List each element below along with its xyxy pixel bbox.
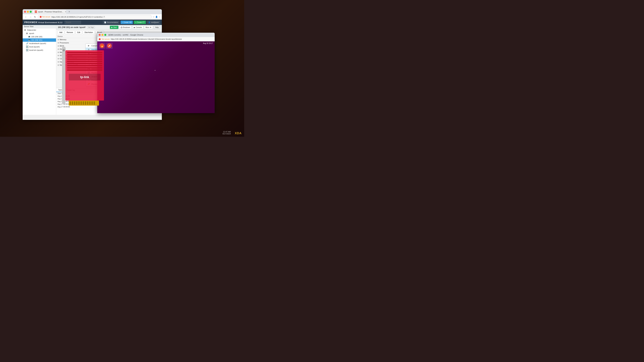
xda-brand: XDA [235, 132, 242, 135]
menu-button[interactable]: ⋮ [158, 16, 160, 18]
novnc-date: Aug 16 19:17 [203, 42, 213, 44]
node-icon: 🖧 [26, 32, 28, 34]
url-text: https://192.168.29.32:8006/#v1.0=qemu%2F… [51, 16, 105, 18]
url-input[interactable]: 🔴 Not secure https://192.168.29.32:8006/… [38, 15, 152, 19]
vm-selected-icon: 💻 [28, 39, 30, 41]
proxmox-logo-white: Virtual Environment 8.2.2 [38, 22, 62, 23]
sidebar-item-datacenter[interactable]: 🖥 Datacenter [23, 28, 56, 32]
create-vm-button[interactable]: +Create VM [120, 21, 133, 24]
novnc-browser-window: QEMU (vm101) - noVNC - Google Chrome 🔴 N… [97, 33, 215, 113]
forward-button[interactable]: → [29, 15, 32, 18]
sidebar-item-local-storage[interactable]: 💽 local (ayush) [23, 45, 56, 48]
header-buttons: 📄Documentation +Create VM +Create CT 👤ro… [103, 21, 160, 24]
window-controls [24, 11, 32, 13]
device-icon: ⚙ [58, 48, 59, 50]
user-profile-button[interactable]: 👤 [155, 16, 158, 18]
help-button[interactable]: Help [154, 26, 160, 29]
vnc-app-icon: 🔥 [100, 43, 104, 48]
clock-date: 8/17/2024 [222, 133, 231, 135]
vm-icon: 💻 [28, 35, 30, 38]
device-icon: ⚙ [58, 64, 59, 66]
active-tab[interactable]: PROXMOX ayush - Proxmox Virtual Envi... … [33, 10, 66, 14]
monitor-icon: 📊 [88, 64, 90, 66]
start-button[interactable]: ▶Start [110, 26, 118, 29]
user-menu-button[interactable]: 👤root@pam [147, 21, 160, 24]
backup-label: Backup [92, 68, 98, 70]
options-label: Options [92, 56, 98, 58]
browser-titlebar: PROXMOX ayush - Proxmox Virtual Envi... … [23, 9, 162, 14]
device-icon: ⚙ [58, 45, 59, 47]
sidebar-item-node[interactable]: 🖧 ayush [23, 32, 56, 35]
novnc-minimize-button[interactable] [102, 34, 104, 36]
device-icon: ⚙ [58, 61, 59, 63]
vnc-taskbar: 🔥 [98, 43, 105, 49]
monitor-label: Monitor [92, 64, 98, 66]
firewall-label: Firewall [92, 79, 98, 81]
tasks-tab[interactable]: Tasks [56, 88, 65, 92]
snapshots-icon: 📷 [88, 75, 90, 78]
edit-device-button[interactable]: Edit [76, 30, 82, 34]
create-ct-button[interactable]: +Create CT [134, 21, 146, 24]
sidebar-item-network[interactable]: 🔗 localnetwork (ayush) [23, 42, 56, 45]
novnc-security-icon: 🔴 [98, 38, 100, 40]
shutdown-button[interactable]: ⏻Shutdown [119, 26, 132, 29]
novnc-titlebar: QEMU (vm101) - noVNC - Google Chrome [97, 33, 215, 37]
backup-icon: 💾 [88, 68, 90, 70]
sidebar: Server View 🖥 Datacenter 🖧 ayush 💻 100 (… [23, 25, 56, 115]
maximize-button[interactable] [30, 11, 32, 13]
vm-header: 101 (VM 101) on node 'ayush' No Tags ▶St… [56, 25, 162, 30]
remove-device-button[interactable]: Remove [65, 30, 75, 34]
novnc-close-button[interactable] [98, 34, 100, 36]
device-icon: ⚙ [58, 42, 59, 44]
novnc-url: https://192.168.29.32:8006//console=kvm&… [111, 38, 182, 40]
disk-action-button[interactable]: Disk Action [83, 30, 94, 34]
task-history-icon: 📋 [88, 60, 90, 62]
novnc-address-bar: 🔴 Not secure https://192.168.29.32:8006/… [97, 37, 215, 41]
lvm-icon: 💽 [26, 49, 28, 51]
vm-title: 101 (VM 101) on node 'ayush' [58, 26, 86, 28]
novnc-title: QEMU (vm101) - noVNC - Google Chrome [108, 34, 143, 36]
back-button[interactable]: ← [24, 15, 28, 18]
proxmox-logo: PROXMOXVirtual Environment 8.2.2 [24, 21, 62, 24]
device-icon: ⚙ [58, 58, 59, 60]
sidebar-item-vm101[interactable]: 💻 101 (VM 101) [23, 38, 56, 42]
minimize-button[interactable] [27, 11, 29, 13]
tab-favicon: PROXMOX [35, 10, 37, 13]
more-button[interactable]: More▼ [144, 26, 153, 29]
clock-time: 12:47 AM [222, 131, 231, 133]
console-icon: ▶ [88, 44, 90, 47]
bookmark-button[interactable]: ☆ [153, 16, 155, 18]
search-input[interactable] [64, 21, 81, 24]
sidebar-header: Server View [23, 25, 56, 28]
tab-close-icon[interactable]: ✕ [65, 11, 66, 13]
cloud-init-icon: ☁ [88, 52, 90, 54]
close-button[interactable] [24, 11, 26, 13]
replication-icon: 🔄 [88, 71, 90, 74]
device-icon: ⚙ [58, 51, 59, 53]
datacenter-icon: 🖥 [24, 29, 26, 31]
console-button[interactable]: ▶Console [132, 26, 144, 29]
storage-icon: 💽 [26, 45, 28, 48]
vnc-app-icon-2: 🌶 [107, 43, 112, 48]
security-label: Not secure [42, 16, 50, 18]
vm-tags: No Tags [87, 26, 95, 28]
security-icon: 🔴 [40, 16, 42, 18]
device-icon: ⚙ [58, 55, 59, 56]
novnc-maximize-button[interactable] [104, 34, 106, 36]
novnc-screen: 🔥 🌶 Aug 16 19:17 [97, 41, 215, 113]
reload-button[interactable]: ↻ [33, 15, 37, 18]
clock-widget: 12:47 AM 8/17/2024 [222, 131, 231, 135]
cluster-log-tab[interactable]: Cluster log [65, 88, 77, 92]
cursor [155, 70, 155, 70]
firewall-icon: 🛡 [88, 79, 90, 81]
proxmox-header: PROXMOXVirtual Environment 8.2.2 📄Docume… [23, 19, 162, 25]
address-actions: ☆ 👤 ⋮ [153, 16, 160, 18]
sidebar-item-lvm-storage[interactable]: 💽 local-lvm (ayush) [23, 48, 56, 52]
tab-label: ayush - Proxmox Virtual Envi... [38, 11, 63, 13]
new-tab-button[interactable]: + [67, 10, 71, 14]
novnc-security-label: Not secure [102, 38, 110, 40]
documentation-button[interactable]: 📄Documentation [103, 21, 120, 24]
hardware-icon: ⚙ [88, 48, 90, 51]
sidebar-item-vm100[interactable]: 💻 100 (VM 100) [23, 35, 56, 38]
add-device-button[interactable]: Add [58, 30, 64, 34]
